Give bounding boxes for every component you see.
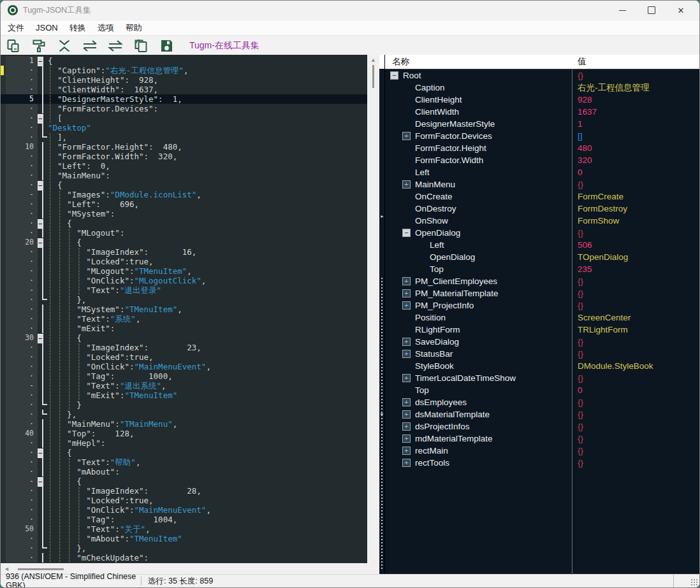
toolbar-button-swap-arrows[interactable]	[77, 37, 103, 55]
code-text: ┆ ┆ ┆ ┆ "Text":"关于",	[48, 524, 367, 534]
tree-row[interactable]: DesignerMasterStyle1	[385, 118, 699, 130]
expand-icon[interactable]: +	[402, 374, 411, 382]
expand-icon[interactable]: +	[402, 301, 411, 310]
tree-row[interactable]: Caption右光-工程信息管理	[385, 82, 699, 94]
tree-row[interactable]: FormFactor.Height480	[385, 142, 699, 154]
tree-row[interactable]: +PM_ClientEmployees{}	[385, 275, 699, 287]
scroll-left-icon[interactable]: ◄	[4, 566, 10, 572]
fold-column	[38, 524, 48, 534]
tree-row[interactable]: StyleBookDModule.StyleBook	[385, 360, 699, 372]
fold-toggle-icon[interactable]: −	[38, 477, 43, 487]
expand-icon[interactable]: +	[402, 277, 411, 285]
fold-toggle-icon[interactable]: −	[38, 181, 43, 190]
editor-vertical-scrollbar[interactable]: ▲	[367, 55, 379, 563]
toolbar-button-paste[interactable]	[1, 37, 26, 55]
code-text: {	[48, 56, 367, 66]
fold-line	[42, 496, 43, 505]
tree-row[interactable]: +StatusBar{}	[385, 348, 699, 360]
tree-node-name: FormFactor.Height	[415, 143, 486, 153]
fold-toggle-icon[interactable]: −	[38, 238, 43, 248]
line-number: ·	[6, 505, 38, 515]
tree-row[interactable]: +MainMenu{}	[385, 178, 699, 190]
fold-toggle-icon[interactable]: −	[38, 334, 43, 343]
copy-refresh-icon	[133, 38, 149, 54]
line-number: -	[6, 190, 38, 199]
line-number: ·	[6, 419, 38, 429]
tree-row[interactable]: ClientWidth1637	[385, 106, 699, 118]
tree-row[interactable]: RLightFormTRLightForm	[385, 324, 699, 336]
minimize-button[interactable]	[608, 1, 637, 20]
expand-icon[interactable]: +	[402, 434, 411, 443]
tree-row[interactable]: +PM_ProjectInfo{}	[385, 299, 699, 312]
code-text: ┆ ┆ ┆ },	[48, 295, 367, 305]
tree-header-name[interactable]: 名称	[385, 56, 409, 68]
toolbar-button-save[interactable]	[154, 37, 179, 55]
tree-row[interactable]: −Root{}	[385, 69, 699, 82]
tree-row[interactable]: OnCreateFormCreate	[385, 190, 699, 203]
tree-row[interactable]: +dsProjectInfos{}	[385, 420, 699, 433]
expand-icon[interactable]: +	[402, 132, 411, 140]
menu-item-选项[interactable]: 选项	[92, 22, 120, 34]
expand-icon[interactable]: +	[402, 398, 411, 406]
tree-row[interactable]: Left0	[385, 166, 699, 178]
menu-item-帮助[interactable]: 帮助	[120, 22, 148, 34]
tree-row[interactable]: ClientHeight928	[385, 94, 699, 106]
expand-icon[interactable]: +	[402, 338, 411, 346]
tree-column-divider[interactable]	[572, 55, 572, 575]
expand-icon[interactable]: +	[402, 289, 411, 298]
menu-item-JSON[interactable]: JSON	[30, 23, 64, 32]
tree-row[interactable]: FormFactor.Width320	[385, 154, 699, 166]
expand-icon[interactable]: +	[402, 459, 411, 467]
tree-row[interactable]: −OpenDialog{}	[385, 227, 699, 239]
maximize-button[interactable]	[637, 1, 666, 20]
tree-row[interactable]: +SaveDialog{}	[385, 336, 699, 348]
resize-grip-icon[interactable]	[691, 579, 698, 586]
tree-row[interactable]: +rectMain{}	[385, 445, 699, 457]
tree-node-value: FormDestroy	[578, 204, 627, 213]
collapse-icon[interactable]: −	[390, 71, 398, 80]
collapse-icon[interactable]: −	[402, 229, 411, 237]
panel-splitter[interactable]: ► ►	[379, 55, 384, 575]
tree-row[interactable]: PositionScreenCenter	[385, 312, 699, 324]
tree-row[interactable]: +mdMaterialTemplate{}	[385, 433, 699, 445]
tree-row[interactable]: +FormFactor.Devices[]	[385, 130, 699, 142]
fold-toggle-icon[interactable]: −	[38, 219, 43, 229]
tree-row[interactable]: Top235	[385, 263, 699, 275]
fold-toggle-icon[interactable]: −	[38, 448, 43, 458]
tree-row[interactable]: OnShowFormShow	[385, 215, 699, 227]
tree-node-name: PM_ClientEmployees	[415, 276, 497, 286]
toolbar-button-convert-arrows[interactable]	[103, 37, 128, 55]
tree-row[interactable]: Top0	[385, 384, 699, 396]
vertical-scroll-thumb[interactable]	[372, 65, 374, 88]
expand-icon[interactable]: +	[402, 422, 411, 431]
json-editor[interactable]: 1−{·┆ "Caption":"右光-工程信息管理",·┆ "ClientHe…	[1, 55, 367, 563]
code-text: ┆ ┆ ┆ "mAbout":	[48, 467, 367, 477]
toolbar-button-format[interactable]	[26, 37, 52, 55]
tree-row[interactable]: +dsMaterialTemplate{}	[385, 408, 699, 420]
scroll-up-icon[interactable]: ▲	[367, 57, 379, 63]
fold-toggle-icon[interactable]: −	[38, 114, 43, 124]
tree-row[interactable]: Left506	[385, 239, 699, 251]
expand-icon[interactable]: +	[402, 410, 411, 419]
menu-item-文件[interactable]: 文件	[2, 22, 30, 34]
tree-row[interactable]: +dsEmployees{}	[385, 396, 699, 408]
editor-line: ·┆ ┆ "MSystem":	[1, 209, 367, 219]
expand-icon[interactable]: +	[402, 447, 411, 455]
tree-header-value[interactable]: 值	[578, 56, 587, 68]
toolbar-button-compress[interactable]	[52, 37, 77, 55]
tree-row[interactable]: +TimerLocalDateTimeShow{}	[385, 372, 699, 384]
toolbar-button-copy-refresh[interactable]	[128, 37, 154, 55]
gutter-marker	[1, 152, 6, 161]
tree-row[interactable]: +rectTools{}	[385, 457, 699, 469]
horizontal-scroll-thumb[interactable]	[18, 568, 64, 570]
close-button[interactable]: ✕	[666, 1, 696, 20]
line-number: ·	[6, 75, 38, 85]
tree-row[interactable]: OpenDialogTOpenDialog	[385, 251, 699, 263]
tree-row[interactable]: +PM_MaterialTemplate{}	[385, 287, 699, 299]
expand-icon[interactable]: +	[402, 180, 411, 189]
online-tools-link[interactable]: Tugm-在线工具集	[189, 40, 259, 52]
menu-item-转换[interactable]: 转换	[64, 22, 92, 34]
fold-toggle-icon[interactable]: −	[38, 57, 43, 66]
expand-icon[interactable]: +	[402, 350, 411, 358]
tree-row[interactable]: OnDestroyFormDestroy	[385, 203, 699, 215]
